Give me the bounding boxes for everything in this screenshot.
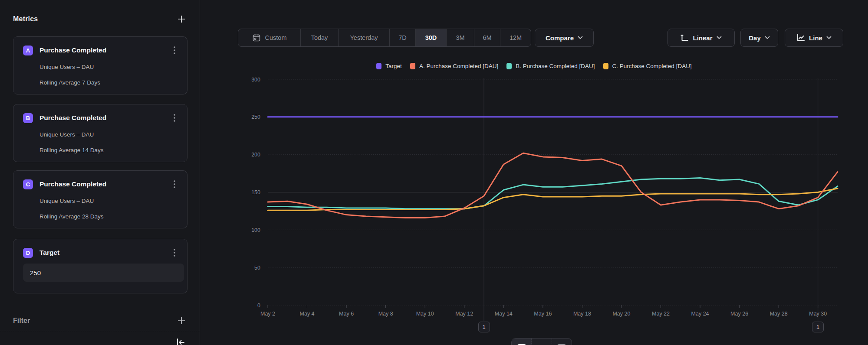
chart-view-switcher [511,338,572,345]
view-details-button[interactable] [552,338,572,345]
svg-text:May 24: May 24 [691,311,709,317]
svg-text:100: 100 [251,227,260,233]
svg-text:May 22: May 22 [652,311,670,317]
svg-text:May 14: May 14 [495,311,513,317]
annotation-badge[interactable]: 1 [812,322,824,332]
svg-text:May 4: May 4 [300,311,315,317]
view-chart-button[interactable] [512,338,532,345]
svg-text:May 12: May 12 [455,311,473,317]
view-table-button[interactable] [532,338,552,345]
svg-text:May 20: May 20 [612,311,630,317]
svg-text:50: 50 [254,265,260,271]
svg-text:300: 300 [251,77,260,83]
annotation-badge[interactable]: 1 [478,322,490,332]
svg-text:200: 200 [251,152,260,158]
svg-text:May 30: May 30 [809,311,827,317]
svg-text:May 8: May 8 [378,311,393,317]
svg-text:May 18: May 18 [573,311,591,317]
svg-text:May 28: May 28 [770,311,788,317]
svg-text:May 6: May 6 [339,311,354,317]
svg-text:May 2: May 2 [260,311,275,317]
line-chart[interactable]: 050100150200250300May 2May 4May 6May 8Ma… [0,0,868,345]
svg-text:0: 0 [257,303,260,309]
svg-text:May 26: May 26 [730,311,748,317]
svg-text:150: 150 [251,189,260,195]
svg-text:250: 250 [251,114,260,120]
svg-text:May 10: May 10 [416,311,434,317]
svg-text:May 16: May 16 [534,311,552,317]
